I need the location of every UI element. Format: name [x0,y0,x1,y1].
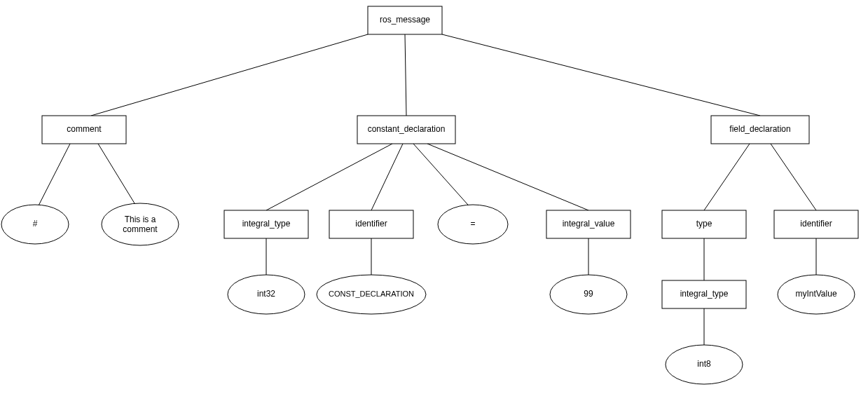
node-comment: comment [42,116,126,144]
node-field-declaration: field_declaration [711,116,809,144]
node-field-identifier: identifier [774,210,858,238]
edge-root-comment [91,34,368,116]
label-myintvalue: myIntValue [795,289,836,299]
label-comment-text-line2: comment [123,224,158,234]
node-99: 99 [550,275,627,314]
edge-const-equals [413,144,473,210]
label-constant-declaration: constant_declaration [368,124,446,134]
node-const-identifier: identifier [329,210,413,238]
label-const-integral-value: integral_value [563,219,615,229]
edge-comment-hash [35,144,70,212]
label-const-identifier: identifier [355,219,387,229]
node-hash: # [1,205,69,244]
label-const-declaration-value: CONST_DECLARATION [329,290,414,298]
label-hash: # [33,219,38,229]
node-constant-declaration: constant_declaration [357,116,455,144]
node-comment-text: This is a comment [102,203,179,245]
node-equals: = [438,205,508,244]
label-int8: int8 [697,359,711,369]
node-field-integral-type: integral_type [662,280,746,308]
edge-const-intval [427,144,588,210]
label-comment-text-line1: This is a [125,215,156,224]
node-field-type: type [662,210,746,238]
edge-const-inttype [266,144,392,210]
node-myintvalue: myIntValue [778,275,855,314]
edge-root-constdecl [405,34,406,116]
node-const-integral-type: integral_type [224,210,308,238]
label-int32: int32 [257,289,275,299]
edge-field-type [704,144,750,210]
label-ros-message: ros_message [380,15,430,25]
edge-comment-text [98,144,140,212]
edge-field-ident [771,144,816,210]
node-const-declaration-value: CONST_DECLARATION [317,275,426,314]
label-field-declaration: field_declaration [729,124,790,134]
label-const-integral-type: integral_type [242,219,291,229]
edge-root-fielddecl [442,34,760,116]
label-comment: comment [67,124,102,134]
node-int32: int32 [228,275,305,314]
label-99: 99 [584,289,593,299]
tree-diagram: ros_message comment constant_declaration… [0,0,868,401]
label-equals: = [470,219,475,229]
label-field-integral-type: integral_type [680,289,729,299]
node-ros-message: ros_message [368,6,442,34]
node-const-integral-value: integral_value [546,210,631,238]
edge-const-ident [371,144,403,210]
label-field-identifier: identifier [800,219,832,229]
label-field-type: type [696,219,712,229]
node-int8: int8 [666,345,743,384]
